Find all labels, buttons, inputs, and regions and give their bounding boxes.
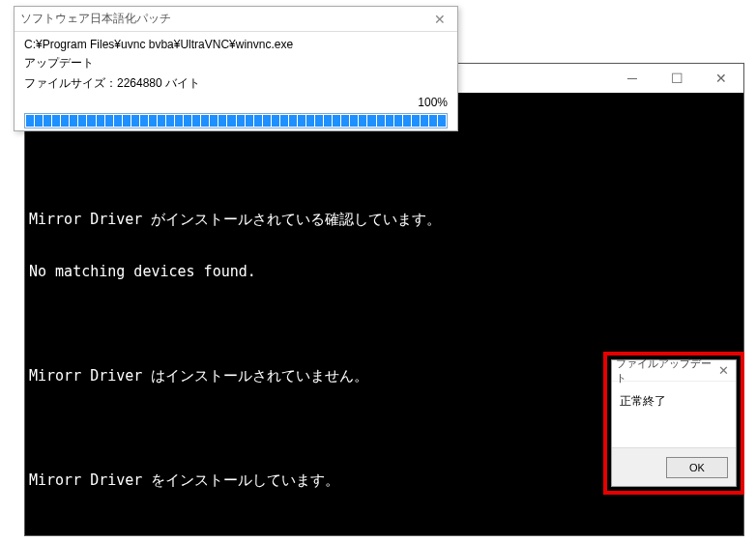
progress-title: ソフトウェア日本語化パッチ: [20, 11, 428, 27]
progress-titlebar: ソフトウェア日本語化パッチ ✕: [15, 7, 457, 32]
message-dialog: ファイルアップデート ✕ 正常終了 OK: [611, 359, 737, 487]
progress-percent: 100%: [418, 96, 448, 109]
file-path: C:¥Program Files¥uvnc bvba¥UltraVNC¥winv…: [24, 38, 448, 51]
console-line: No matching devices found.: [29, 263, 740, 280]
progress-bar: [24, 113, 448, 128]
update-label: アップデート: [24, 55, 448, 71]
message-body: 正常終了: [612, 382, 736, 447]
progress-dialog: ソフトウェア日本語化パッチ ✕ C:¥Program Files¥uvnc bv…: [14, 6, 458, 131]
console-line: Mirror Driver がインストールされている確認しています。: [29, 211, 740, 228]
filesize-label: ファイルサイズ：2264880 バイト: [24, 75, 448, 92]
close-icon[interactable]: ✕: [714, 363, 732, 378]
minimize-button[interactable]: ─: [610, 64, 654, 93]
message-buttons: OK: [612, 447, 736, 486]
highlight-box: ファイルアップデート ✕ 正常終了 OK: [603, 352, 744, 495]
ok-button[interactable]: OK: [666, 457, 728, 478]
close-icon[interactable]: ✕: [428, 12, 451, 27]
progress-body: C:¥Program Files¥uvnc bvba¥UltraVNC¥winv…: [15, 32, 457, 140]
message-title: ファイルアップデート: [616, 357, 714, 385]
message-titlebar: ファイルアップデート ✕: [612, 360, 736, 382]
maximize-button[interactable]: ☐: [654, 64, 699, 93]
message-text: 正常終了: [620, 394, 666, 408]
close-button[interactable]: ✕: [699, 64, 743, 93]
